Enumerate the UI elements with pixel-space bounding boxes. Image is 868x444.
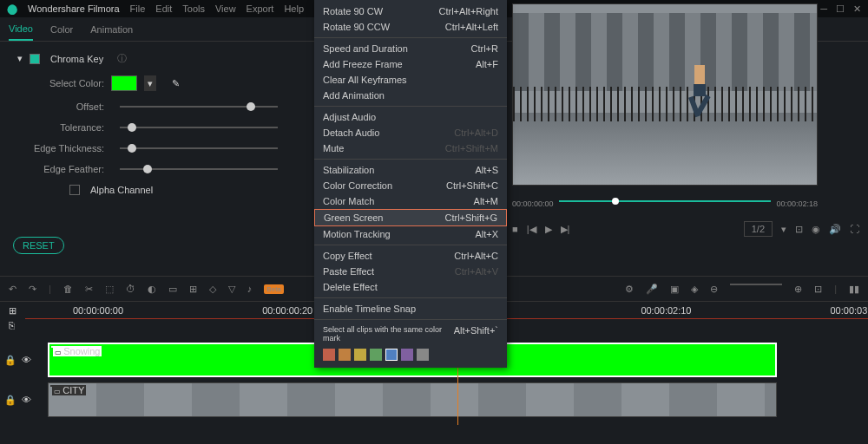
mi-copy-effect[interactable]: Copy EffectCtrl+Alt+C <box>314 248 507 264</box>
tolerance-label: Tolerance: <box>17 122 104 133</box>
offset-slider[interactable] <box>120 106 278 108</box>
info-icon[interactable]: ⓘ <box>117 52 127 65</box>
app-logo: ⬤ <box>7 3 17 15</box>
alpha-checkbox[interactable] <box>69 185 80 195</box>
greenscreen-icon[interactable]: ▭ <box>168 284 177 295</box>
mic-icon[interactable]: 🎤 <box>646 284 658 295</box>
minimize-icon[interactable]: ─ <box>820 3 827 14</box>
tab-animation[interactable]: Animation <box>90 19 133 40</box>
color-dropdown[interactable]: ▾ <box>144 75 156 91</box>
cut-icon[interactable]: ✂ <box>85 284 93 295</box>
display-icon[interactable]: ⊡ <box>795 224 803 235</box>
lock-icon[interactable]: 🔒 <box>4 395 16 406</box>
eyedropper-icon[interactable]: ✎ <box>172 78 180 89</box>
edge-thickness-label: Edge Thickness: <box>17 143 104 153</box>
mi-freeze[interactable]: Add Freeze FrameAlt+F <box>314 56 507 72</box>
link-icon[interactable]: ⎘ <box>9 320 16 330</box>
lock-icon[interactable]: 🔒 <box>4 355 16 366</box>
mi-timeline-snap[interactable]: Enable Timeline Snap <box>314 301 507 317</box>
marker-add-icon[interactable]: ◈ <box>691 284 698 295</box>
mi-speed[interactable]: Speed and DurationCtrl+R <box>314 41 507 56</box>
mi-rotate-cw[interactable]: Rotate 90 CWCtrl+Alt+Right <box>314 3 507 19</box>
zoom-select[interactable]: 1/2 <box>744 221 773 237</box>
keyframe-icon[interactable]: ◇ <box>209 284 216 295</box>
prev-button[interactable]: |◀ <box>527 224 536 235</box>
alpha-label: Alpha Channel <box>90 185 153 195</box>
speed-icon[interactable]: ⏱ <box>126 284 135 294</box>
app-title: Wondershare Filmora <box>28 3 120 14</box>
swatch-green[interactable] <box>370 349 382 361</box>
mixer-icon[interactable]: ⚙ <box>625 284 634 295</box>
eye-icon[interactable]: 👁 <box>22 355 31 366</box>
menu-edit[interactable]: Edit <box>155 3 172 14</box>
menu-tools[interactable]: Tools <box>182 3 205 14</box>
mi-rotate-ccw[interactable]: Rotate 90 CCWCtrl+Alt+Left <box>314 19 507 35</box>
render-icon[interactable]: ▣ <box>670 284 679 295</box>
zoom-out-icon[interactable]: ⊖ <box>710 284 718 295</box>
stop-button[interactable]: ■ <box>512 224 518 234</box>
zoom-slider[interactable] <box>730 284 782 285</box>
reset-button[interactable]: RESET <box>13 237 64 254</box>
mi-motion-tracking[interactable]: Motion TrackingAlt+X <box>314 226 507 242</box>
mi-add-animation[interactable]: Add Animation <box>314 88 507 103</box>
swatch-orange[interactable] <box>339 349 351 361</box>
tab-color[interactable]: Color <box>50 19 73 40</box>
eye-icon[interactable]: 👁 <box>22 395 31 406</box>
chroma-title: Chroma Key <box>50 54 103 64</box>
delete-icon[interactable]: 🗑 <box>63 284 73 294</box>
menu-view[interactable]: View <box>215 3 236 14</box>
close-icon[interactable]: ✕ <box>853 3 861 15</box>
swatch-gray[interactable] <box>417 349 429 361</box>
swatch-red[interactable] <box>323 349 335 361</box>
maximize-icon[interactable]: ☐ <box>836 3 845 15</box>
toggle-icon[interactable]: ▮▮ <box>849 284 859 295</box>
color-mark-swatches <box>314 345 507 364</box>
mi-delete-effect[interactable]: Delete Effect <box>314 279 507 295</box>
swatch-blue[interactable] <box>385 349 398 361</box>
select-color-label: Select Color: <box>17 78 104 88</box>
add-track-icon[interactable]: ⊞ <box>9 305 16 317</box>
mi-color-mark[interactable]: Select all clips with the same color mar… <box>314 323 507 345</box>
color-swatch[interactable] <box>111 75 137 91</box>
clip-video[interactable]: ▭ CITY <box>48 382 777 417</box>
menu-help[interactable]: Help <box>284 3 304 14</box>
zoom-in-icon[interactable]: ⊕ <box>794 284 802 295</box>
edge-thickness-slider[interactable] <box>120 147 278 149</box>
edge-feather-slider[interactable] <box>120 168 278 170</box>
zoom-dropdown-icon[interactable]: ▾ <box>781 224 786 235</box>
chroma-key-panel: ▾ Chroma Key ⓘ Select Color:▾✎ Offset: T… <box>0 42 304 232</box>
menu-export[interactable]: Export <box>247 3 274 14</box>
chroma-checkbox[interactable] <box>30 54 40 64</box>
time-start: 00:00:00:00 <box>512 199 554 208</box>
mi-color-correction[interactable]: Color CorrectionCtrl+Shift+C <box>314 178 507 193</box>
snapshot-icon[interactable]: ◉ <box>812 224 820 235</box>
menu-file[interactable]: File <box>130 3 146 14</box>
crop-icon[interactable]: ⬚ <box>105 284 114 295</box>
mi-paste-effect: Paste EffectCtrl+Alt+V <box>314 264 507 279</box>
next-button[interactable]: ▶| <box>561 224 570 235</box>
mask-icon[interactable]: ⊞ <box>189 284 197 295</box>
chevron-down-icon[interactable]: ▾ <box>17 53 23 64</box>
volume-icon[interactable]: 🔊 <box>829 224 841 235</box>
edge-feather-label: Edge Feather: <box>17 164 104 174</box>
marker-icon[interactable]: ▽ <box>228 284 235 295</box>
audio-icon[interactable]: ♪ <box>247 284 253 294</box>
redo-icon[interactable]: ↷ <box>29 284 36 295</box>
tab-video[interactable]: Video <box>9 18 33 41</box>
tolerance-slider[interactable] <box>120 127 278 128</box>
play-button[interactable]: ▶ <box>545 224 552 235</box>
mi-clear-keyframes: Clear All Keyframes <box>314 72 507 88</box>
color-icon[interactable]: ◐ <box>148 284 156 295</box>
beta-badge: Beta <box>264 284 283 294</box>
fit-icon[interactable]: ⊡ <box>814 284 822 295</box>
scrubber-track[interactable] <box>559 200 772 202</box>
undo-icon[interactable]: ↶ <box>9 284 16 295</box>
mi-color-match[interactable]: Color MatchAlt+M <box>314 193 507 209</box>
time-end: 00:00:02:18 <box>776 199 818 208</box>
swatch-purple[interactable] <box>401 349 413 361</box>
mi-green-screen[interactable]: Green ScreenCtrl+Shift+G <box>314 209 507 226</box>
fullscreen-icon[interactable]: ⛶ <box>850 224 859 234</box>
mi-stabilization[interactable]: StabilizationAlt+S <box>314 162 507 178</box>
context-menu: Rotate 90 CWCtrl+Alt+Right Rotate 90 CCW… <box>314 0 507 368</box>
swatch-yellow[interactable] <box>354 349 366 361</box>
